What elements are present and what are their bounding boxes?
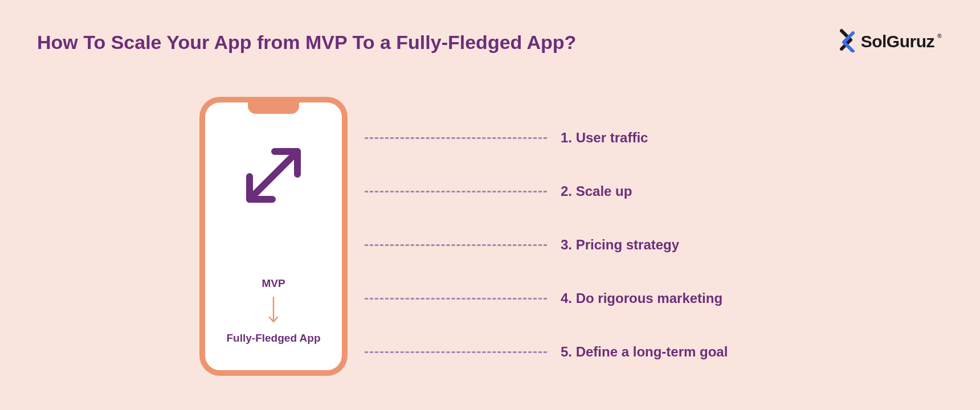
mvp-label: MVP bbox=[205, 277, 342, 290]
brand-name: SolGuruz® bbox=[861, 32, 934, 51]
connector-line bbox=[365, 244, 547, 246]
list-item: 4. Do rigorous marketing bbox=[365, 272, 934, 325]
list-item: 2. Scale up bbox=[365, 165, 934, 218]
list-item-label: 3. Pricing strategy bbox=[561, 237, 679, 253]
connector-line bbox=[365, 191, 547, 192]
page-title: How To Scale Your App from MVP To a Full… bbox=[37, 31, 576, 54]
list-item-label: 1. User traffic bbox=[561, 130, 648, 146]
svg-line-0 bbox=[250, 151, 297, 199]
scale-arrow-icon bbox=[234, 136, 313, 218]
list-item-label: 4. Do rigorous marketing bbox=[561, 290, 722, 306]
logo-mark-icon bbox=[837, 28, 858, 55]
brand-logo: SolGuruz® bbox=[837, 28, 934, 55]
list-item: 5. Define a long-term goal bbox=[365, 325, 934, 379]
phone-illustration: MVP Fully-Fledged App bbox=[199, 97, 348, 376]
list-item: 1. User traffic bbox=[365, 111, 934, 165]
list-item-label: 5. Define a long-term goal bbox=[561, 344, 728, 360]
phone-notch bbox=[248, 101, 299, 114]
connector-line bbox=[365, 351, 547, 353]
fully-fledged-label: Fully-Fledged App bbox=[205, 332, 342, 345]
connector-line bbox=[365, 298, 547, 300]
list-item: 3. Pricing strategy bbox=[365, 218, 934, 272]
list-item-label: 2. Scale up bbox=[561, 183, 632, 199]
steps-list: 1. User traffic 2. Scale up 3. Pricing s… bbox=[365, 111, 934, 379]
connector-line bbox=[365, 137, 547, 139]
down-arrow-icon bbox=[205, 296, 342, 326]
